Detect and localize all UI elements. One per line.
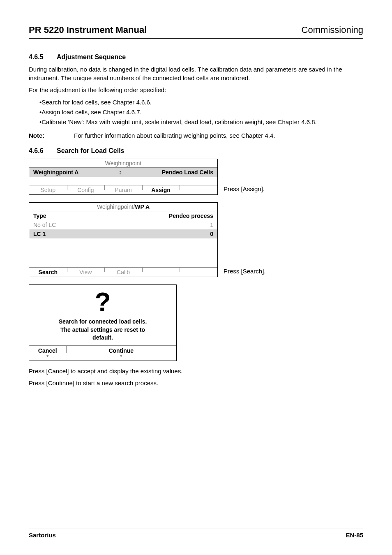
dialog-footer: Cancel ▼ Continue ▼ [29, 345, 176, 361]
section-heading-466: 4.6.6 Search for Load Cells [29, 147, 363, 155]
calib-button[interactable]: Calib [104, 268, 142, 277]
row-label: No of LC [33, 222, 56, 228]
continue-button[interactable]: Continue ▼ [103, 346, 140, 361]
title-strong-part: WP A [135, 204, 150, 210]
setup-button[interactable]: Setup [29, 185, 67, 194]
row-value: 0 [210, 231, 213, 237]
footer-brand: Sartorius [29, 532, 56, 539]
note-label: Note: [29, 132, 53, 139]
row-value: 1 [210, 222, 213, 228]
list-item: Assign load cells, see Chapter 4.6.7. [29, 107, 363, 117]
no-of-lc-row[interactable]: No of LC 1 [29, 220, 217, 229]
section-number: 4.6.5 [29, 53, 49, 61]
screen-row-2: Weighingpoint/WP A Type Pendeo process N… [29, 202, 363, 277]
config-button[interactable]: Config [67, 185, 105, 194]
updown-icon: ↕ [119, 169, 122, 176]
weighingpoint-label: Weighingpoint A [33, 169, 78, 176]
section-heading-465: 4.6.5 Adjustment Sequence [29, 53, 363, 61]
type-row[interactable]: Type Pendeo process [29, 211, 217, 220]
list-item: Search for load cells, see Chapter 4.6.6… [29, 97, 363, 107]
empty-row [29, 177, 217, 185]
chapter-title: Commissioning [302, 25, 363, 35]
screen-row-1: Weighingpoint Weighingpoint A ↕ Pendeo L… [29, 159, 363, 195]
cancel-label: Cancel [38, 347, 57, 354]
screen-caption: Press [Assign]. [224, 185, 265, 195]
search-button[interactable]: Search [29, 268, 67, 277]
view-button[interactable]: View [67, 268, 105, 277]
empty-button [180, 185, 217, 194]
note-text: For further information about calibratin… [74, 132, 275, 139]
param-button[interactable]: Param [104, 185, 142, 194]
assign-button[interactable]: Assign [142, 185, 180, 194]
dialog-line: Search for connected load cells. [37, 318, 168, 326]
weighingpoint-value: Pendeo Load Cells [162, 169, 213, 176]
softkey-bar: Search View Calib [29, 267, 217, 277]
empty-button [180, 268, 217, 277]
row-value: Pendeo process [169, 213, 213, 219]
section-number: 4.6.6 [29, 147, 49, 155]
row-label: LC 1 [33, 231, 46, 237]
device-screen-wp-a: Weighingpoint/WP A Type Pendeo process N… [29, 202, 218, 277]
footer-page: EN-85 [346, 532, 363, 539]
device-screen-weighingpoint: Weighingpoint Weighingpoint A ↕ Pendeo L… [29, 159, 218, 195]
section-title: Search for Load Cells [57, 147, 125, 155]
empty-button [66, 346, 103, 361]
paragraph: Press [Continue] to start a new search p… [29, 379, 363, 387]
manual-title: PR 5220 Instrument Manual [29, 25, 147, 35]
page-content: 4.6.5 Adjustment Sequence During calibra… [29, 49, 363, 529]
confirm-dialog: ? Search for connected load cells. The a… [29, 284, 177, 361]
lc1-row[interactable]: LC 1 0 [29, 229, 217, 238]
cancel-button[interactable]: Cancel ▼ [29, 346, 66, 361]
screen-title: Weighingpoint [29, 159, 217, 168]
screen-caption: Press [Search]. [224, 268, 266, 277]
page-header: PR 5220 Instrument Manual Commissioning [29, 25, 363, 39]
down-triangle-icon: ▼ [29, 354, 66, 360]
dialog-message: Search for connected load cells. The act… [29, 318, 176, 345]
paragraph: For the adjustment is the following orde… [29, 86, 363, 94]
bullet-list: Search for load cells, see Chapter 4.6.6… [29, 97, 363, 127]
empty-button [140, 346, 177, 361]
paragraph: Press [Cancel] to accept and display the… [29, 367, 363, 375]
question-icon: ? [29, 285, 176, 318]
continue-label: Continue [108, 347, 134, 354]
down-triangle-icon: ▼ [103, 354, 140, 360]
softkey-bar: Setup Config Param Assign [29, 185, 217, 194]
dialog-line: The actual settings are reset to [37, 326, 168, 334]
row-label: Type [33, 213, 46, 219]
section-title: Adjustment Sequence [57, 53, 126, 61]
list-item: Calibrate 'New': Max with weight unit, s… [29, 117, 363, 127]
paragraph: During calibration, no data is changed i… [29, 65, 363, 82]
weighingpoint-row[interactable]: Weighingpoint A ↕ Pendeo Load Cells [29, 168, 217, 177]
dialog-line: default. [37, 334, 168, 342]
note-row: Note: For further information about cali… [29, 132, 363, 139]
empty-button [142, 268, 180, 277]
title-gray-part: Weighingpoint/ [97, 204, 135, 210]
page-footer: Sartorius EN-85 [29, 529, 363, 539]
empty-area [29, 238, 217, 267]
screen-title: Weighingpoint/WP A [29, 203, 217, 211]
